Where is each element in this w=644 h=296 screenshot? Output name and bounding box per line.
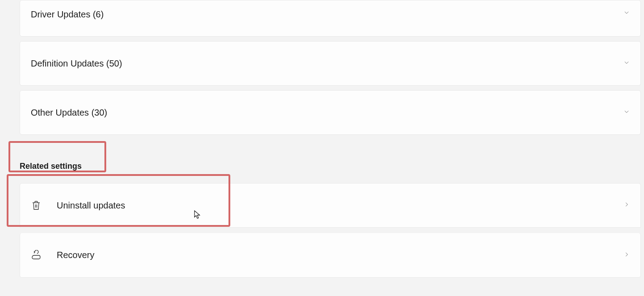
chevron-right-icon <box>623 201 630 209</box>
definition-updates-row[interactable]: Definition Updates (50) <box>20 41 641 86</box>
chevron-down-icon <box>623 59 630 67</box>
definition-updates-label: Definition Updates (50) <box>31 58 122 69</box>
uninstall-updates-label: Uninstall updates <box>57 200 125 211</box>
chevron-down-icon <box>623 9 630 17</box>
related-settings-heading: Related settings <box>20 162 82 171</box>
other-updates-row[interactable]: Other Updates (30) <box>20 90 641 135</box>
driver-updates-row[interactable]: Driver Updates (6) <box>20 0 641 37</box>
chevron-down-icon <box>623 108 630 117</box>
recovery-label: Recovery <box>57 250 94 260</box>
other-updates-label: Other Updates (30) <box>31 108 107 118</box>
recovery-icon <box>31 250 42 261</box>
trash-icon <box>31 200 42 211</box>
chevron-right-icon <box>623 251 630 259</box>
driver-updates-label: Driver Updates (6) <box>31 9 104 20</box>
uninstall-updates-row[interactable]: Uninstall updates <box>20 183 641 228</box>
recovery-row[interactable]: Recovery <box>20 233 641 278</box>
